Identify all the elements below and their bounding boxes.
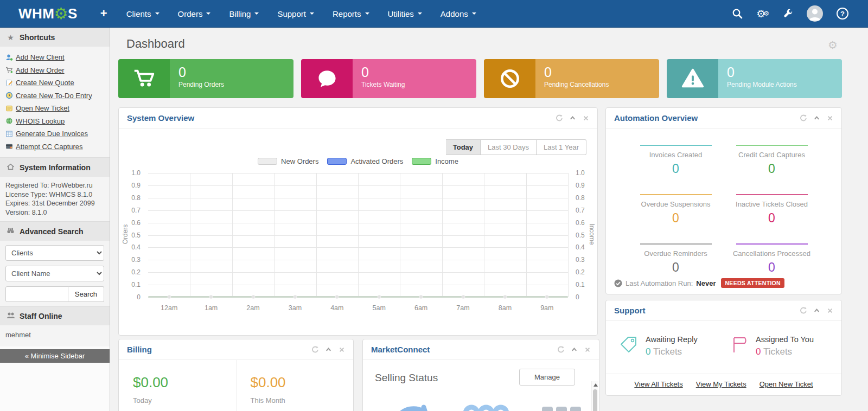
ooo-logo-icon [463, 400, 509, 411]
chevron-down-icon [365, 12, 369, 15]
y-tick-label: 0.5 [576, 232, 585, 239]
support-link[interactable]: View My Tickets [696, 380, 746, 388]
collapse-icon[interactable] [813, 307, 820, 314]
y-tick-label: 0.8 [576, 194, 585, 202]
nav-menu-item[interactable]: Utilities [379, 0, 431, 28]
pending-orders-card[interactable]: 0Pending Orders [118, 59, 293, 98]
collapse-icon[interactable] [569, 114, 576, 121]
staff-online-name[interactable]: mehmet [5, 330, 104, 342]
search-button[interactable]: Search [68, 286, 104, 302]
panel-title: MarketConnect [371, 345, 430, 354]
sidebar-item-add-new-client[interactable]: Add New Client [5, 51, 104, 64]
marketconnect-logos [390, 400, 585, 411]
scroll-up-arrow-icon[interactable] [593, 383, 598, 387]
pending-module-actions-value: 0 [727, 65, 833, 80]
warning-triangle-icon [680, 66, 705, 91]
y-tick-label: 0.2 [576, 268, 585, 276]
admin-avatar[interactable] [807, 5, 823, 22]
refresh-icon[interactable] [799, 307, 807, 314]
data-point-marker [503, 295, 507, 299]
search-field-select[interactable]: Client Name [5, 266, 104, 281]
dashboard-settings-gear-icon[interactable]: ⚙ [828, 38, 838, 52]
chevron-down-icon [155, 12, 159, 15]
marketconnect-scrollbar[interactable] [591, 381, 598, 411]
sidebar-item-whois-lookup[interactable]: WHOIS Lookup [5, 115, 104, 128]
y-tick-label: 1.0 [576, 169, 585, 177]
wrench-icon[interactable] [783, 9, 793, 19]
nav-menu-item[interactable]: Clients [117, 0, 169, 28]
nav-menu-item[interactable]: Billing [220, 0, 268, 28]
y-tick-label: 0.1 [131, 281, 141, 288]
flag-icon [730, 335, 749, 355]
system-information-body: Registered To: ProWebber.ruLicense Type:… [0, 177, 110, 221]
nav-menu-item[interactable]: Orders [169, 0, 220, 28]
collapse-icon[interactable] [571, 346, 578, 353]
nav-menu: ClientsOrdersBillingSupportReportsUtilit… [117, 0, 486, 28]
sidebar-item-add-new-order[interactable]: Add New Order [5, 64, 104, 77]
automation-stat: Invoices Created 0 [640, 145, 712, 176]
refresh-icon[interactable] [557, 346, 564, 354]
main-content: Dashboard ⚙ 0Pending Orders 0Tickets Wai… [110, 28, 868, 411]
close-icon[interactable] [584, 346, 591, 353]
awaiting-reply-count: 0 [646, 346, 650, 357]
search-category-select[interactable]: Clients [5, 245, 104, 261]
system-overview-panel: System Overview TodayLast 30 DaysLast 1 … [118, 107, 598, 336]
minimise-sidebar-button[interactable]: « Minimise Sidebar [0, 349, 110, 363]
nav-menu-item[interactable]: Reports [323, 0, 379, 28]
support-link[interactable]: View All Tickets [634, 380, 682, 388]
system-info-line: Version: 8.1.0 [5, 208, 104, 217]
chat-bubble-icon [315, 67, 339, 91]
manage-button[interactable]: Manage [519, 369, 575, 386]
tickets-waiting-card[interactable]: 0Tickets Waiting [301, 59, 476, 98]
nav-menu-item[interactable]: Addons [431, 0, 486, 28]
sidebar-item-create-new-todo[interactable]: Create New To-Do Entry [5, 89, 104, 102]
automation-stat: Overdue Reminders 0 [640, 243, 712, 275]
close-icon[interactable] [583, 115, 589, 121]
close-icon[interactable] [339, 346, 345, 353]
y-ticks-left: 1.00.90.80.70.60.50.40.30.20.10 [119, 173, 145, 297]
range-button[interactable]: Last 1 Year [537, 139, 586, 155]
invoice-table-icon [5, 130, 13, 138]
automation-stat: Cancellations Processed 0 [736, 243, 808, 275]
system-settings-cogs-icon[interactable]: ⚙⚙ [756, 8, 769, 20]
pending-module-actions-card[interactable]: 0Pending Module Actions [667, 59, 842, 98]
automation-stat-label: Inactive Tickets Closed [707, 200, 837, 208]
data-point-marker [461, 295, 465, 299]
automation-stat: Overdue Suspensions 0 [640, 194, 712, 226]
close-icon[interactable] [827, 307, 833, 314]
refresh-icon[interactable] [799, 114, 807, 122]
x-tick-label: 1am [205, 304, 218, 312]
sidebar-item-attempt-cc-captures[interactable]: Attempt CC Captures [5, 140, 104, 153]
ticket-note-icon [5, 105, 13, 112]
sidebar-item-create-new-quote[interactable]: Create New Quote [5, 76, 104, 89]
navbar-icons: ⚙⚙ ? [732, 5, 848, 22]
refresh-icon[interactable] [311, 346, 318, 354]
whmcs-logo[interactable]: WHM⚙S [18, 4, 78, 23]
logo-text-pre: WHM [18, 5, 54, 22]
help-icon[interactable]: ? [837, 8, 848, 20]
x-tick-label: 12am [161, 304, 177, 312]
advanced-search-header: Advanced Search [0, 221, 110, 241]
search-icon[interactable] [732, 8, 743, 19]
pending-cancellations-value: 0 [544, 65, 650, 80]
tickets-waiting-value: 0 [361, 65, 468, 80]
sidebar-item-generate-due-invoices[interactable]: Generate Due Invoices [5, 127, 104, 140]
collapse-icon[interactable] [813, 114, 820, 121]
support-link[interactable]: Open New Ticket [760, 380, 813, 388]
search-input[interactable] [5, 286, 68, 302]
top-navbar: WHM⚙S + ClientsOrdersBillingSupportRepor… [0, 0, 868, 28]
scrollbar-thumb[interactable] [593, 389, 597, 411]
quick-add-icon[interactable]: + [100, 7, 107, 21]
home-icon [7, 163, 15, 172]
nav-menu-item[interactable]: Support [268, 0, 323, 28]
data-point-marker [209, 295, 213, 299]
pending-cancellations-card[interactable]: 0Pending Cancellations [484, 59, 659, 98]
refresh-icon[interactable] [555, 114, 563, 122]
collapse-icon[interactable] [325, 346, 332, 353]
range-button[interactable]: Today [446, 139, 481, 155]
sidebar-item-open-new-ticket[interactable]: Open New Ticket [5, 102, 104, 115]
panel-title: System Overview [127, 113, 194, 123]
range-button[interactable]: Last 30 Days [481, 139, 537, 155]
data-point-marker [545, 295, 549, 299]
close-icon[interactable] [827, 115, 833, 121]
